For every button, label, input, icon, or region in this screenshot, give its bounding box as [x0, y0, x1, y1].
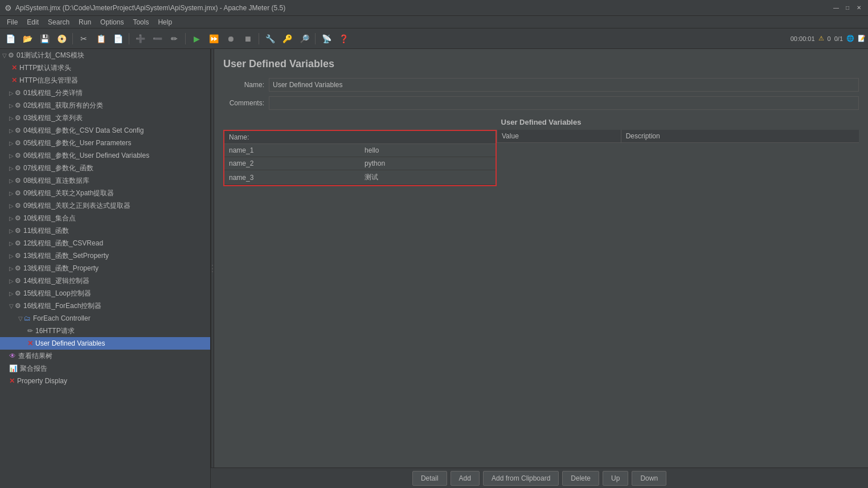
toolbar-open[interactable]: 📂 — [19, 31, 35, 47]
tree-label-udv: User Defined Variables — [35, 339, 105, 347]
down-button[interactable]: Down — [632, 471, 666, 486]
tree-label-property-display: Property Display — [17, 377, 67, 385]
table-row[interactable]: name_2 python — [224, 157, 496, 170]
expand-g10: ▷ — [9, 215, 14, 222]
tree-item-g13[interactable]: ▷ ⚙ 13线程组_函数_SetProperty — [0, 249, 210, 262]
delete-button[interactable]: Delete — [562, 471, 599, 486]
menu-file[interactable]: File — [2, 17, 22, 27]
toolbar-start[interactable]: ▶ — [189, 31, 204, 47]
tree-label-g09: 09线程组_关联之Xpath提取器 — [23, 188, 114, 198]
tree-item-g14[interactable]: ▷ ⚙ 14线程组_逻辑控制器 — [0, 274, 210, 287]
toolbar-new[interactable]: 📄 — [2, 31, 18, 47]
section-title: User Defined Variables — [223, 118, 859, 126]
add-from-clipboard-button[interactable]: Add from Clipboard — [483, 471, 559, 486]
tree-item-g06[interactable]: ▷ ⚙ 06线程组_参数化_User Defined Variables — [0, 149, 210, 162]
tree-item-g03[interactable]: ▷ ⚙ 03线程组_文章列表 — [0, 112, 210, 124]
table-row[interactable]: name_3 测试 — [224, 170, 496, 185]
toolbar-sep3 — [185, 33, 186, 44]
tree-item-g12[interactable]: ▷ ⚙ 12线程组_函数_CSVRead — [0, 237, 210, 249]
tree-item-g16[interactable]: ▽ ⚙ 16线程组_ForEach控制器 — [0, 300, 210, 312]
menu-edit[interactable]: Edit — [22, 17, 43, 27]
tree-label-http-header: HTTP信息头管理器 — [19, 76, 78, 85]
toolbar-saveas[interactable]: 📀 — [54, 31, 69, 47]
error-count: 0/1 — [834, 35, 843, 42]
tree-item-g09[interactable]: ▷ ⚙ 09线程组_关联之Xpath提取器 — [0, 187, 210, 199]
timer-display: 00:00:01 — [791, 35, 815, 42]
expand-g05: ▷ — [9, 140, 14, 146]
remote-icon: 🌐 — [846, 35, 854, 42]
name-input[interactable] — [269, 78, 859, 92]
tree-label-g13: 13线程组_函数_SetProperty — [23, 251, 109, 261]
tree-item-aggregate[interactable]: 📊 聚合报告 — [0, 362, 210, 375]
menubar: File Edit Search Run Options Tools Help — [0, 16, 868, 28]
tree-label-foreach: ForEach Controller — [33, 314, 91, 322]
tree-item-g13b[interactable]: ▷ ⚙ 13线程组_函数_Property — [0, 262, 210, 274]
tree-label-g03: 03线程组_文章列表 — [23, 113, 83, 123]
toolbar-clear[interactable]: 🔧 — [262, 31, 278, 47]
chart-icon: 📊 — [9, 364, 18, 372]
toolbar-start-no-pause[interactable]: ⏩ — [206, 31, 222, 47]
tree-item-view-results[interactable]: 👁 查看结果树 — [0, 350, 210, 362]
tree-item-g09b[interactable]: ▷ ⚙ 09线程组_关联之正则表达式提取器 — [0, 199, 210, 212]
outer-headers: Value Description — [497, 130, 859, 186]
toolbar-remote-start[interactable]: 📡 — [318, 31, 334, 47]
tree-item-g01[interactable]: ▷ ⚙ 01线程组_分类详情 — [0, 87, 210, 99]
tree-item-g15[interactable]: ▷ ⚙ 15线程组_Loop控制器 — [0, 287, 210, 300]
controller-icon: 🗂 — [24, 314, 31, 322]
toolbar-clear-all[interactable]: 🔑 — [279, 31, 295, 47]
gear-icon-g05: ⚙ — [15, 139, 21, 147]
col-description-outer: Description — [621, 130, 859, 142]
log-icon: 📝 — [858, 35, 866, 42]
tree-item-root[interactable]: ▽ ⚙ 01测试计划_CMS模块 — [0, 49, 210, 61]
tree-item-http-default[interactable]: ✕ HTTP默认请求头 — [0, 61, 210, 74]
menu-options[interactable]: Options — [96, 17, 128, 27]
up-button[interactable]: Up — [603, 471, 628, 486]
menu-help[interactable]: Help — [153, 17, 177, 27]
sidebar: ▽ ⚙ 01测试计划_CMS模块 ✕ HTTP默认请求头 ✕ HTTP信息头管理… — [0, 49, 211, 488]
toolbar-shutdown[interactable]: ⏹ — [240, 31, 256, 47]
toolbar-save[interactable]: 💾 — [36, 31, 52, 47]
tree-item-g04[interactable]: ▷ ⚙ 04线程组_参数化_CSV Data Set Config — [0, 124, 210, 137]
x-icon-1: ✕ — [11, 64, 17, 72]
maximize-button[interactable]: □ — [843, 3, 852, 13]
expand-g02: ▷ — [9, 102, 14, 109]
tree-item-g11[interactable]: ▷ ⚙ 11线程组_函数 — [0, 224, 210, 237]
tree-item-g05[interactable]: ▷ ⚙ 05线程组_参数化_User Parameters — [0, 137, 210, 149]
pencil-icon: ✏ — [27, 327, 33, 335]
toolbar-stop[interactable]: ⏺ — [223, 31, 239, 47]
minimize-button[interactable]: — — [832, 3, 841, 13]
toolbar-edit[interactable]: ✏ — [166, 31, 182, 47]
close-button[interactable]: ✕ — [854, 3, 863, 13]
toolbar-add[interactable]: ➕ — [132, 31, 148, 47]
table-row[interactable]: name_1 hello — [224, 144, 496, 157]
expand-g08: ▷ — [9, 178, 14, 184]
toolbar-help[interactable]: ❓ — [335, 31, 351, 47]
gear-icon-g14: ⚙ — [15, 277, 21, 285]
toolbar-paste[interactable]: 📄 — [110, 31, 126, 47]
menu-tools[interactable]: Tools — [128, 17, 153, 27]
toolbar-cut[interactable]: ✂ — [76, 31, 92, 47]
tree-item-http16[interactable]: ✏ 16HTTP请求 — [0, 325, 210, 337]
comments-input[interactable] — [269, 96, 859, 110]
gear-icon-g10: ⚙ — [15, 214, 21, 222]
content-panel: User Defined Variables Name: Comments: U… — [214, 49, 868, 488]
tree-label-g08: 08线程组_直连数据库 — [23, 176, 89, 186]
tree-item-http-header[interactable]: ✕ HTTP信息头管理器 — [0, 74, 210, 87]
menu-run[interactable]: Run — [74, 17, 96, 27]
menu-search[interactable]: Search — [43, 17, 74, 27]
tree-item-g10[interactable]: ▷ ⚙ 10线程组_集合点 — [0, 212, 210, 224]
tree-item-g08[interactable]: ▷ ⚙ 08线程组_直连数据库 — [0, 174, 210, 187]
tree-item-property-display[interactable]: ✕ Property Display — [0, 375, 210, 387]
tree-label-g01: 01线程组_分类详情 — [23, 88, 83, 98]
tree-item-g02[interactable]: ▷ ⚙ 02线程组_获取所有的分类 — [0, 99, 210, 112]
toolbar-search[interactable]: 🔎 — [296, 31, 312, 47]
expand-g06: ▷ — [9, 153, 14, 159]
tree-item-foreach-ctrl[interactable]: ▽ 🗂 ForEach Controller — [0, 312, 210, 325]
tree-label-g04: 04线程组_参数化_CSV Data Set Config — [23, 126, 144, 136]
toolbar-copy[interactable]: 📋 — [93, 31, 109, 47]
add-button[interactable]: Add — [451, 471, 480, 486]
toolbar-remove[interactable]: ➖ — [149, 31, 165, 47]
detail-button[interactable]: Detail — [412, 471, 447, 486]
tree-item-g07[interactable]: ▷ ⚙ 07线程组_参数化_函数 — [0, 162, 210, 174]
tree-item-udv[interactable]: ✕ User Defined Variables — [0, 337, 210, 350]
